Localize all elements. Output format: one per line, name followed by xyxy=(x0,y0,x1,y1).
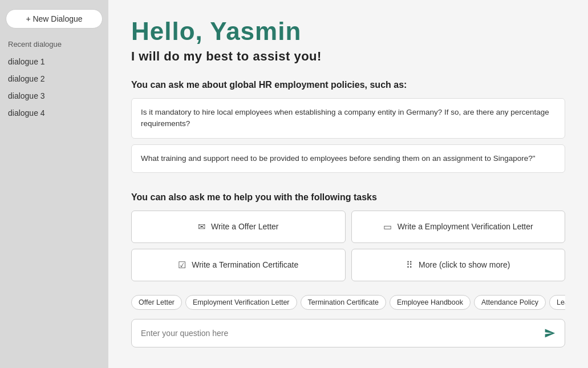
chip-termination-certificate[interactable]: Termination Certificate xyxy=(301,295,386,310)
task-btn-offer-letter[interactable]: ✉ Write a Offer Letter xyxy=(131,211,346,243)
chip-employment-verification[interactable]: Employment Verification Letter xyxy=(185,295,297,310)
task-btn-offer-letter-label: Write a Offer Letter xyxy=(211,222,279,231)
task-btn-employment-letter[interactable]: ▭ Write a Employment Verification Letter xyxy=(351,211,566,243)
chips-row: Offer Letter Employment Verification Let… xyxy=(131,295,565,312)
sidebar-item-dialogue-3[interactable]: dialogue 3 xyxy=(0,87,108,104)
chip-leave-policy[interactable]: Leave Policy xyxy=(549,295,565,310)
envelope-icon: ✉ xyxy=(198,221,205,232)
send-icon xyxy=(544,327,555,339)
document-icon: ▭ xyxy=(383,221,392,232)
task-btn-employment-letter-label: Write a Employment Verification Letter xyxy=(398,222,533,231)
question-input[interactable] xyxy=(141,329,544,338)
task-btn-more[interactable]: ⠿ More (click to show more) xyxy=(351,249,566,281)
task-btn-termination-cert-label: Write a Termination Certificate xyxy=(192,260,298,269)
sidebar-item-dialogue-1[interactable]: dialogue 1 xyxy=(0,53,108,70)
chip-employee-handbook[interactable]: Employee Handbook xyxy=(390,295,471,310)
task-btn-termination-cert[interactable]: ☑ Write a Termination Certificate xyxy=(131,249,346,281)
input-area xyxy=(131,319,565,347)
task-btn-more-label: More (click to show more) xyxy=(419,260,510,269)
greeting-text: Hello, Yasmin xyxy=(131,17,565,46)
grid-icon: ⠿ xyxy=(406,260,413,270)
recent-dialogue-label: Recent dialogue xyxy=(0,38,108,53)
task-buttons-grid: ✉ Write a Offer Letter ▭ Write a Employm… xyxy=(131,211,565,281)
example-box-1[interactable]: Is it mandatory to hire local employees … xyxy=(131,98,565,139)
tasks-title: You can also ask me to help you with the… xyxy=(131,192,565,203)
send-button[interactable] xyxy=(544,327,555,339)
new-dialogue-button[interactable]: + New Dialogue xyxy=(6,9,103,29)
checkbox-icon: ☑ xyxy=(178,260,186,270)
sidebar: + New Dialogue Recent dialogue dialogue … xyxy=(0,0,108,368)
subtitle-text: I will do my best to assist you! xyxy=(131,49,565,64)
sidebar-item-dialogue-2[interactable]: dialogue 2 xyxy=(0,70,108,87)
sidebar-item-dialogue-4[interactable]: dialogue 4 xyxy=(0,104,108,122)
main-content: Hello, Yasmin I will do my best to assis… xyxy=(108,0,588,368)
example-box-2[interactable]: What training and support need to be pro… xyxy=(131,144,565,173)
tasks-section: You can also ask me to help you with the… xyxy=(131,192,565,281)
examples-title: You can ask me about global HR employmen… xyxy=(131,80,565,90)
chip-offer-letter[interactable]: Offer Letter xyxy=(131,295,182,310)
chip-attendance-policy[interactable]: Attendance Policy xyxy=(474,295,546,310)
